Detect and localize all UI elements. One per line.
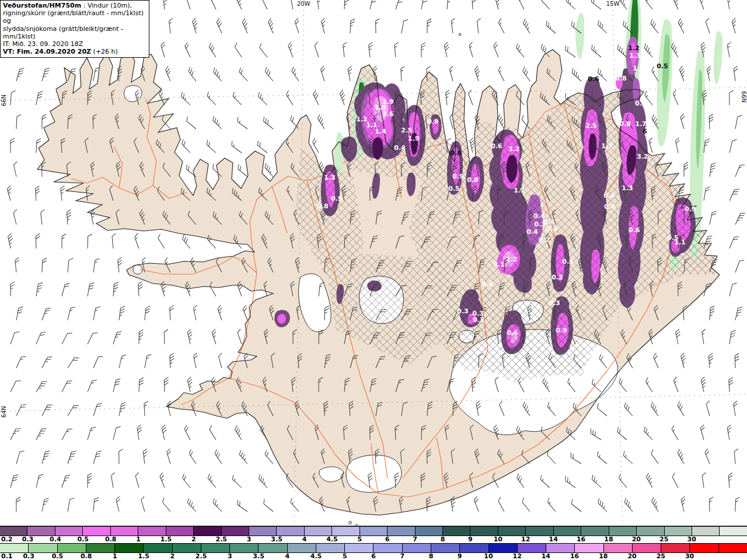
precip-value-label: 0.6 — [491, 142, 502, 150]
precip-value-label: 0.9 — [452, 173, 464, 180]
colorbar-segment — [29, 544, 57, 552]
precip-value-label: 0.8 — [317, 202, 329, 210]
colorbar-tick-label: 16 — [577, 536, 585, 543]
precip-value-label: 1.2 — [628, 44, 640, 52]
colorbar-segment — [83, 527, 110, 536]
colorbar-tick-label: 0.1 — [1, 552, 13, 560]
precip-value-label: 1.2 — [506, 256, 518, 263]
precip-value-label: 0.5 — [657, 62, 668, 70]
longitude-label: 20W — [297, 1, 310, 7]
precip-value-label: 0.5 — [562, 258, 574, 265]
colorbar-segment — [201, 544, 230, 552]
product-title: Veðurstofan/HM750m — [3, 2, 81, 9]
precip-value-label: 0.9 — [685, 205, 696, 213]
colorbar-segment — [173, 544, 201, 552]
precip-value-label: 0.5 — [448, 185, 460, 192]
colorbar-segment — [489, 544, 518, 552]
colorbar-segment — [665, 527, 692, 536]
precip-value-label: 0.3 — [549, 299, 560, 307]
colorbar-segment — [332, 527, 359, 536]
colorbar-tick-label: 0.2 — [1, 536, 13, 543]
legend-line-2: rigning/skúrir (grænt/blátt/rautt - mm/1… — [3, 9, 146, 24]
colorbar-tick-label: 8 — [429, 552, 434, 560]
weather-map-screenshot: 1.91.82.61.21.11.42.51.90.40.91.30.90.80… — [0, 0, 747, 560]
colorbar-tick-label: 10 — [494, 536, 502, 543]
colorbar-tick-label: 14 — [542, 552, 550, 560]
colorbar-tick-label: 10 — [484, 552, 493, 560]
precip-value-label: 1.4 — [633, 65, 644, 72]
precip-value-label: 1.3 — [622, 184, 633, 192]
precip-value-label: 1.1 — [514, 187, 525, 194]
colorbar-sleet — [0, 526, 747, 536]
colorbar-tick-label: 5 — [357, 536, 362, 543]
colorbar-rain-labels: 0.10.30.50.811.522.533.544.5567891012141… — [0, 553, 747, 560]
colorbar-tick-label: 30 — [687, 536, 696, 543]
colorbar-tick-label: 3 — [228, 552, 232, 560]
latitude-label-right: 66N — [741, 91, 747, 103]
colorbar-tick-label: 4 — [302, 536, 307, 543]
precip-value-label: 0.9 — [331, 195, 343, 202]
colorbar-tick-label: 16 — [570, 552, 579, 560]
colorbar-segment — [633, 544, 661, 552]
colorbar-tick-label: 3.5 — [271, 536, 282, 543]
colorbar-segment — [443, 527, 470, 536]
colorbar-tick-label: 7 — [413, 536, 417, 543]
colorbar-segment — [554, 527, 581, 536]
colorbar-tick-label: 30 — [685, 552, 694, 560]
precip-value-label: 0.8 — [615, 75, 627, 82]
colorbar-segment — [86, 544, 115, 552]
precip-value-label: 0.4 — [604, 203, 616, 211]
colorbar-tick-label: 1.5 — [138, 552, 149, 560]
colorbar-segment — [277, 527, 304, 536]
colorbar-tick-label: 0.4 — [50, 536, 61, 543]
colorbar-tick-label: 18 — [599, 552, 608, 560]
precip-value-label: 1.3 — [324, 174, 336, 181]
precip-value-label: 1.7 — [601, 142, 613, 150]
precip-value-label: 1.4 — [375, 128, 386, 135]
precip-value-label: 1.1 — [674, 239, 686, 246]
colorbar-tick-label: 12 — [521, 536, 530, 543]
colorbar-tick-label: 0.3 — [23, 552, 34, 560]
colorbar-segment — [115, 544, 144, 552]
colorbar-segment — [575, 544, 603, 552]
colorbar-segment — [546, 544, 575, 552]
latitude-label-left: 64N — [1, 406, 7, 418]
colorbar-segment — [316, 544, 345, 552]
colorbar-segment — [720, 527, 746, 536]
colorbar-tick-label: 6 — [371, 552, 376, 560]
colorbar-segment — [609, 527, 637, 536]
colorbar-tick-label: 0.5 — [77, 536, 89, 543]
colorbar-tick-label: 4 — [285, 552, 289, 560]
colorbar-segment — [345, 544, 374, 552]
precip-value-label: 2.5 — [401, 127, 413, 134]
precip-value-label: 0.7 — [635, 100, 647, 107]
colorbar-segment — [719, 544, 747, 552]
colorbar-segment — [305, 527, 332, 536]
colorbar-tick-label: 14 — [549, 536, 557, 543]
precip-value-label: 0.6 — [588, 75, 599, 83]
colorbar-segment — [388, 527, 415, 536]
colorbar-segment — [166, 527, 194, 536]
colorbar-tick-label: 6 — [385, 536, 390, 543]
precip-value-label: 0.7 — [539, 236, 550, 244]
colorbar-tick-label: 0.5 — [52, 552, 64, 560]
precip-value-label: 0.4 — [526, 228, 538, 236]
colorbar-segment — [194, 527, 221, 536]
colorbar-sleet-labels: 0.20.30.40.50.811.522.533.544.5567891012… — [0, 536, 747, 543]
colorbar-tick-label: 1 — [136, 536, 141, 543]
precip-value-label: 0.4 — [603, 192, 615, 200]
colorbar-segment — [403, 544, 431, 552]
colorbar-segment — [692, 527, 720, 536]
colorbar-tick-label: 2 — [191, 536, 196, 543]
colorbar-tick-label: 0.8 — [81, 552, 92, 560]
colorbar-tick-label: 18 — [604, 536, 613, 543]
precip-value-label: 0.6 — [481, 281, 493, 288]
precip-value-label: 0.4 — [394, 144, 406, 152]
colorbar-segment — [259, 544, 287, 552]
colorbar-segment — [374, 544, 402, 552]
colorbar-segment — [581, 527, 609, 536]
precip-value-label: 0.6 — [507, 329, 518, 337]
colorbar-segment — [690, 544, 718, 552]
legend-line-3: slydda/snjókoma (grátt/bleikt/grænt - mm… — [3, 25, 146, 40]
legend-line-1: Veðurstofan/HM750m : Vindur (10m), — [3, 2, 146, 9]
